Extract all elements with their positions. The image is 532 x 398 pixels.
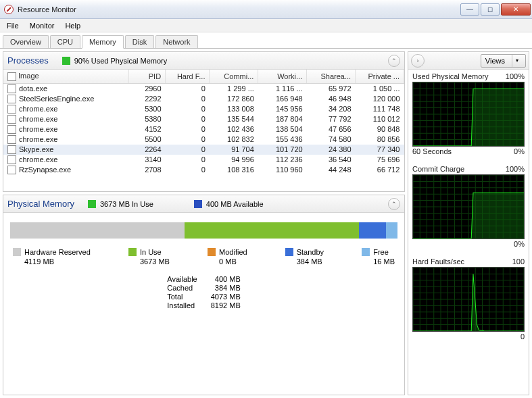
processes-usage-text: 90% Used Physical Memory — [74, 57, 168, 65]
image-name: chrome.exe — [19, 155, 57, 164]
pid-cell: 5300 — [128, 104, 165, 114]
menu-monitor[interactable]: Monitor — [24, 20, 60, 31]
shareable-cell: 36 540 — [307, 155, 356, 165]
membar-segment — [386, 222, 397, 239]
legend-swatch-icon — [128, 248, 137, 256]
image-name: chrome.exe — [19, 105, 57, 113]
legend-value: 4119 MB — [24, 257, 54, 266]
shareable-cell: 77 792 — [307, 114, 356, 124]
col-hardfaults[interactable]: Hard F... — [166, 70, 210, 83]
shareable-cell: 74 580 — [307, 134, 356, 145]
table-row[interactable]: Skype.exe2264091 704101 72024 38077 340 — [3, 145, 404, 155]
tab-network[interactable]: Network — [155, 35, 197, 48]
row-checkbox[interactable] — [7, 125, 16, 134]
processes-title: Processes — [7, 55, 49, 66]
pid-cell: 2292 — [128, 94, 165, 104]
image-name: SteelSeriesEngine.exe — [19, 95, 94, 103]
table-row[interactable]: chrome.exe53000133 008145 95634 208111 7… — [3, 104, 404, 114]
private-cell: 90 848 — [356, 124, 404, 134]
pid-cell: 2960 — [128, 83, 165, 94]
collapse-processes-icon[interactable]: ⌃ — [388, 55, 400, 67]
shareable-cell: 65 972 — [307, 83, 356, 94]
tab-cpu[interactable]: CPU — [50, 35, 80, 48]
tabbar: Overview CPU Memory Disk Network — [0, 32, 532, 49]
col-private[interactable]: Private ... — [356, 70, 404, 83]
table-row[interactable]: RzSynapse.exe27080108 316110 96044 24866… — [3, 165, 404, 175]
legend-item: Hardware Reserved4119 MB — [13, 248, 91, 266]
select-all-checkbox[interactable] — [7, 72, 16, 81]
table-row[interactable]: chrome.exe41520102 436138 50447 65690 84… — [3, 124, 404, 134]
row-checkbox[interactable] — [7, 84, 16, 93]
membar-segment — [10, 222, 185, 239]
legend-label: In Use — [140, 248, 162, 256]
table-row[interactable]: chrome.exe53800135 544187 80477 792110 0… — [3, 114, 404, 124]
working-cell: 101 720 — [258, 145, 307, 155]
table-row[interactable]: chrome.exe55000102 832155 43674 58080 85… — [3, 134, 404, 145]
table-row[interactable]: chrome.exe3140094 996112 23636 54075 696 — [3, 155, 404, 165]
memory-stats: Available400 MB Cached384 MB Total4073 M… — [10, 275, 397, 309]
collapse-physmem-icon[interactable]: ⌃ — [388, 198, 400, 210]
minimize-button[interactable]: — — [460, 3, 479, 16]
legend-value: 3673 MB — [140, 257, 170, 266]
image-name: Skype.exe — [19, 145, 53, 153]
physmem-title: Physical Memory — [7, 199, 74, 209]
private-cell: 80 856 — [356, 134, 404, 145]
tab-disk[interactable]: Disk — [125, 35, 154, 48]
legend-label: Free — [373, 248, 389, 256]
col-pid[interactable]: PID — [128, 70, 165, 83]
menu-help[interactable]: Help — [59, 20, 86, 31]
working-cell: 138 504 — [258, 124, 307, 134]
col-working[interactable]: Worki... — [258, 70, 307, 83]
processes-table: Image PID Hard F... Commi... Worki... Sh… — [3, 70, 404, 175]
row-checkbox[interactable] — [7, 155, 16, 164]
pid-cell: 4152 — [128, 124, 165, 134]
hardf-cell: 0 — [166, 165, 210, 175]
physmem-header[interactable]: Physical Memory 3673 MB In Use 400 MB Av… — [3, 195, 404, 213]
working-cell: 155 436 — [258, 134, 307, 145]
legend-label: Hardware Reserved — [24, 248, 91, 256]
table-row[interactable]: SteelSeriesEngine.exe22920172 860166 948… — [3, 94, 404, 104]
chart-canvas — [412, 267, 525, 332]
processes-header[interactable]: Processes 90% Used Physical Memory ⌃ — [3, 52, 404, 70]
legend-swatch-icon — [285, 248, 293, 256]
commit-cell: 172 860 — [210, 94, 258, 104]
tab-overview[interactable]: Overview — [3, 35, 49, 48]
chart-block: Hard Faults/sec1000 — [408, 255, 529, 347]
memory-bar — [10, 222, 397, 239]
row-checkbox[interactable] — [7, 95, 16, 103]
avail-swatch-icon — [194, 200, 202, 208]
row-checkbox[interactable] — [7, 135, 16, 144]
commit-cell: 135 544 — [210, 114, 258, 124]
hardf-cell: 0 — [166, 104, 210, 114]
col-image[interactable]: Image — [3, 70, 128, 83]
legend-item: Modified0 MB — [208, 248, 247, 266]
views-dropdown-icon[interactable]: ▾ — [512, 55, 521, 67]
working-cell: 110 960 — [258, 165, 307, 175]
stat-cached-value: 384 MB — [211, 284, 241, 292]
maximize-button[interactable]: ◻ — [481, 3, 500, 16]
working-cell: 187 804 — [258, 114, 307, 124]
col-shareable[interactable]: Sharea... — [307, 70, 356, 83]
row-checkbox[interactable] — [7, 145, 16, 154]
processes-table-scroll[interactable]: Image PID Hard F... Commi... Worki... Sh… — [3, 70, 404, 191]
commit-cell: 91 704 — [210, 145, 258, 155]
col-commit[interactable]: Commi... — [210, 70, 258, 83]
row-checkbox[interactable] — [7, 105, 16, 114]
legend-item: Free16 MB — [362, 248, 395, 266]
row-checkbox[interactable] — [7, 115, 16, 124]
private-cell: 66 712 — [356, 165, 404, 175]
chart-min: 0% — [514, 147, 525, 155]
commit-cell: 102 436 — [210, 124, 258, 134]
close-button[interactable]: ✕ — [501, 3, 531, 16]
pid-cell: 2708 — [128, 165, 165, 175]
private-cell: 111 748 — [356, 104, 404, 114]
hardf-cell: 0 — [166, 94, 210, 104]
sidebar-collapse-icon[interactable]: › — [411, 54, 425, 68]
physical-memory-panel: Physical Memory 3673 MB In Use 400 MB Av… — [3, 195, 405, 395]
row-checkbox[interactable] — [7, 166, 16, 174]
menu-file[interactable]: File — [1, 20, 24, 31]
views-button[interactable]: Views ▾ — [481, 54, 526, 68]
tab-memory[interactable]: Memory — [82, 35, 124, 49]
private-cell: 1 050 ... — [356, 83, 404, 94]
table-row[interactable]: dota.exe296001 299 ...1 116 ...65 9721 0… — [3, 83, 404, 94]
